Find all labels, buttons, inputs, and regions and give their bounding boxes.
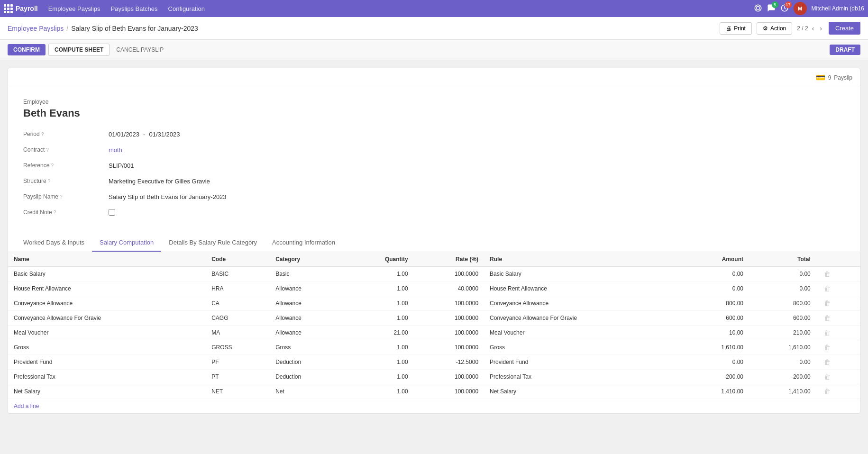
tab-details-salary-rule[interactable]: Details By Salary Rule Category [161,234,265,252]
cell-code-3: CAGG [206,311,270,326]
tab-worked-days[interactable]: Worked Days & Inputs [16,234,92,252]
table-row: Provident Fund PF Deduction 1.00 -12.500… [8,355,860,370]
chat-icon[interactable]: 5 [767,4,776,14]
compute-sheet-button[interactable]: COMPUTE SHEET [48,44,110,56]
breadcrumb: Employee Payslips / Salary Slip of Beth … [8,25,198,32]
period-end[interactable]: 01/31/2023 [149,131,180,138]
print-button[interactable]: 🖨 Print [720,22,752,35]
cell-amount-1[interactable]: 0.00 [682,281,749,296]
delete-row-button[interactable]: 🗑 [822,358,832,366]
topnav-right: 5 17 M Mitchell Admin (db16 [754,2,864,15]
cell-amount-3: 600.00 [682,311,749,326]
cancel-payslip-button[interactable]: CANCEL PAYSLIP [112,44,167,55]
cell-delete-6[interactable]: 🗑 [816,355,860,370]
top-menu: Employee Payslips Payslips Batches Confi… [44,3,210,14]
reference-help-icon[interactable]: ? [51,163,54,168]
delete-row-button[interactable]: 🗑 [822,373,832,381]
action-button[interactable]: ⚙ Action [757,22,792,35]
cell-category-1[interactable]: Allowance [270,281,345,296]
cell-quantity-2: 1.00 [345,296,414,311]
main-content: 💳 9 Payslip Employee Beth Evans Period ?… [0,60,868,429]
cell-category-6[interactable]: Deduction [270,355,345,370]
delete-row-button[interactable]: 🗑 [822,314,832,322]
cell-delete-4[interactable]: 🗑 [816,326,860,340]
cell-rule-6[interactable]: Provident Fund [484,355,682,370]
delete-row-button[interactable]: 🗑 [822,270,832,278]
menu-employee-payslips[interactable]: Employee Payslips [44,3,105,14]
create-button[interactable]: Create [829,22,860,35]
delete-row-button[interactable]: 🗑 [822,388,832,395]
menu-payslips-batches[interactable]: Payslips Batches [106,3,163,14]
cell-delete-8[interactable]: 🗑 [816,384,860,399]
cell-delete-0[interactable]: 🗑 [816,267,860,281]
cell-rule-1[interactable]: House Rent Allowance [484,281,682,296]
top-navigation: Payroll Employee Payslips Payslips Batch… [0,0,868,17]
menu-configuration[interactable]: Configuration [164,3,210,14]
activity-icon[interactable]: 17 [780,4,789,14]
cell-quantity-8: 1.00 [345,384,414,399]
printer-icon: 🖨 [726,25,731,32]
delete-row-button[interactable]: 🗑 [822,285,832,292]
credit-note-checkbox[interactable] [109,209,115,216]
cell-total-1[interactable]: 0.00 [749,281,816,296]
tab-accounting-info[interactable]: Accounting Information [265,234,343,252]
cell-delete-2[interactable]: 🗑 [816,296,860,311]
delete-row-button[interactable]: 🗑 [822,344,832,351]
app-logo[interactable]: Payroll [4,4,38,13]
contract-value[interactable]: moth [109,145,845,155]
add-line-button[interactable]: Add a line [8,399,45,413]
cell-code-1[interactable]: HRA [206,281,270,296]
pager-next[interactable]: › [818,24,824,33]
cell-total-6[interactable]: 0.00 [749,355,816,370]
cell-name-3: Conveyance Allowance For Gravie [8,311,206,326]
credit-note-help-icon[interactable]: ? [54,210,56,215]
table-header-row: Name Code Category Quantity Rate (%) Rul… [8,252,860,267]
avatar[interactable]: M [794,2,807,15]
col-quantity: Quantity [345,252,414,267]
app-name: Payroll [16,5,38,12]
contract-help-icon[interactable]: ? [46,147,49,153]
cell-code-6[interactable]: PF [206,355,270,370]
payslip-name-help-icon[interactable]: ? [60,194,63,200]
cell-amount-2: 800.00 [682,296,749,311]
cell-rate-6[interactable]: -12.5000 [414,355,484,370]
cell-name-1[interactable]: House Rent Allowance [8,281,206,296]
cell-delete-7[interactable]: 🗑 [816,370,860,384]
chat-badge: 5 [772,1,778,8]
period-value: 01/01/2023 - 01/31/2023 [109,129,845,140]
cell-total-0[interactable]: 0.00 [749,267,816,281]
confirm-button[interactable]: CONFIRM [8,44,46,55]
breadcrumb-parent[interactable]: Employee Payslips [8,25,64,32]
breadcrumb-current: Salary Slip of Beth Evans for January-20… [71,25,198,32]
period-help-icon[interactable]: ? [41,132,44,137]
period-start[interactable]: 01/01/2023 [109,131,139,138]
cell-rate-1[interactable]: 40.0000 [414,281,484,296]
cell-category-2: Allowance [270,296,345,311]
grid-icon [4,4,13,13]
cell-rule-0[interactable]: Basic Salary [484,267,682,281]
cell-total-2: 800.00 [749,296,816,311]
payslip-count: 💳 9 Payslip [816,73,852,82]
cell-rule-7: Professional Tax [484,370,682,384]
cell-rate-0[interactable]: 100.0000 [414,267,484,281]
cell-name-0[interactable]: Basic Salary [8,267,206,281]
cell-delete-3[interactable]: 🗑 [816,311,860,326]
breadcrumb-bar: Employee Payslips / Salary Slip of Beth … [0,17,868,40]
delete-row-button[interactable]: 🗑 [822,329,832,336]
cell-category-0[interactable]: Basic [270,267,345,281]
delete-row-button[interactable]: 🗑 [822,300,832,307]
cell-delete-1[interactable]: 🗑 [816,281,860,296]
tab-salary-computation[interactable]: Salary Computation [92,234,161,252]
cell-delete-5[interactable]: 🗑 [816,340,860,355]
cell-name-6[interactable]: Provident Fund [8,355,206,370]
cell-quantity-6: 1.00 [345,355,414,370]
col-rate: Rate (%) [414,252,484,267]
payslip-card: 💳 9 Payslip Employee Beth Evans Period ?… [8,68,860,414]
cell-amount-0[interactable]: 0.00 [682,267,749,281]
settings-icon[interactable] [754,4,762,14]
cell-code-0[interactable]: BASIC [206,267,270,281]
pager-prev[interactable]: ‹ [810,24,816,33]
payslip-count-label: Payslip [834,74,852,81]
cell-amount-6[interactable]: 0.00 [682,355,749,370]
structure-help-icon[interactable]: ? [48,179,51,184]
